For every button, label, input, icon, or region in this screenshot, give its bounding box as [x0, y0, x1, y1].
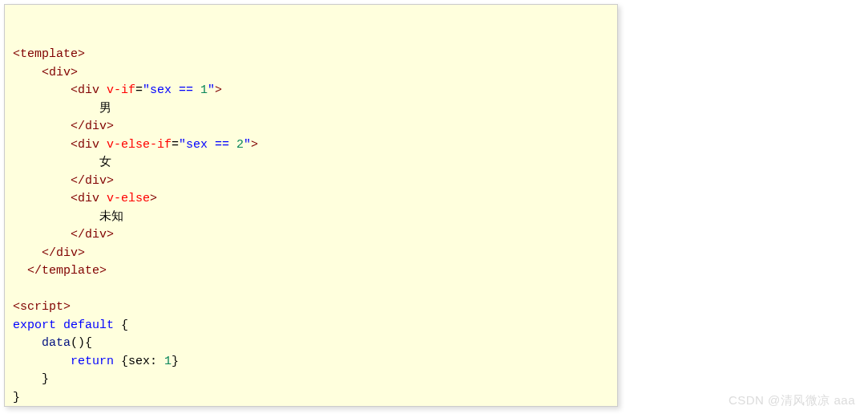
- code-token: </template>: [27, 264, 107, 278]
- code-token: v-if: [107, 83, 135, 97]
- code-token: {sex:: [114, 355, 164, 368]
- code-token: [13, 83, 71, 97]
- code-token: 1: [200, 83, 208, 97]
- code-token: export default: [13, 319, 114, 332]
- code-line: <script>: [13, 298, 609, 317]
- code-line: return {sex: 1}: [13, 353, 609, 371]
- code-token: 女: [13, 156, 111, 169]
- code-token: <div: [71, 83, 107, 97]
- code-token: </div>: [71, 228, 114, 242]
- code-token: >: [150, 192, 157, 205]
- code-token: [13, 336, 42, 350]
- code-line: <template>: [13, 46, 609, 64]
- code-token: </div>: [42, 246, 85, 260]
- code-token: [13, 138, 71, 152]
- code-token: "sex ==: [179, 138, 236, 152]
- code-token: [13, 264, 27, 278]
- code-line: 女: [13, 154, 609, 172]
- code-token: 未知: [13, 210, 123, 224]
- code-line: <div v-else>: [13, 190, 609, 209]
- code-token: ": [208, 83, 215, 97]
- code-token: v-else-if: [107, 138, 172, 152]
- code-line: </div>: [13, 226, 609, 245]
- code-token: <div: [71, 138, 107, 152]
- code-token: ": [244, 138, 251, 152]
- code-line: <div v-else-if="sex == 2">: [13, 136, 609, 155]
- code-token: =: [135, 83, 143, 97]
- code-token: >: [251, 138, 258, 152]
- code-line: [13, 281, 609, 299]
- code-line: 未知: [13, 209, 609, 227]
- code-line: </div>: [13, 172, 609, 191]
- code-block: <template> <div> <div v-if="sex == 1"> 男…: [4, 4, 618, 407]
- code-token: </div>: [71, 174, 114, 188]
- code-content: <template> <div> <div v-if="sex == 1"> 男…: [13, 46, 609, 407]
- code-token: }: [13, 391, 20, 404]
- code-token: [13, 355, 71, 368]
- code-line: </template>: [13, 262, 609, 281]
- code-token: }: [13, 372, 49, 386]
- code-token: {: [114, 319, 128, 332]
- code-token: 男: [13, 102, 111, 116]
- code-token: [13, 192, 71, 205]
- code-token: 1: [164, 355, 172, 368]
- code-token: v-else: [107, 192, 150, 205]
- code-token: [13, 174, 71, 188]
- code-line: 男: [13, 100, 609, 119]
- code-token: (){: [71, 336, 92, 350]
- code-token: data: [42, 336, 71, 350]
- code-line: }: [13, 371, 609, 389]
- code-line: <div>: [13, 64, 609, 83]
- code-token: <div: [71, 192, 107, 205]
- code-token: >: [215, 83, 222, 97]
- code-token: return: [71, 355, 114, 368]
- code-token: [13, 66, 42, 79]
- code-token: <div>: [42, 66, 78, 79]
- code-line: </div>: [13, 245, 609, 263]
- code-line: data(){: [13, 335, 609, 353]
- code-token: 2: [236, 138, 244, 152]
- code-token: }: [172, 355, 179, 368]
- code-line: export default {: [13, 317, 609, 335]
- code-token: [13, 120, 71, 133]
- code-token: "sex ==: [143, 83, 200, 97]
- code-token: [13, 228, 71, 242]
- code-token: [13, 246, 42, 260]
- code-token: <script>: [13, 300, 71, 314]
- code-line: </div>: [13, 118, 609, 136]
- code-line: <div v-if="sex == 1">: [13, 82, 609, 100]
- watermark-text: CSDN @清风微凉 aaa: [729, 392, 855, 410]
- code-token: <template>: [13, 47, 85, 61]
- code-token: =: [172, 138, 179, 152]
- code-token: </div>: [71, 120, 114, 133]
- code-line: }: [13, 389, 609, 408]
